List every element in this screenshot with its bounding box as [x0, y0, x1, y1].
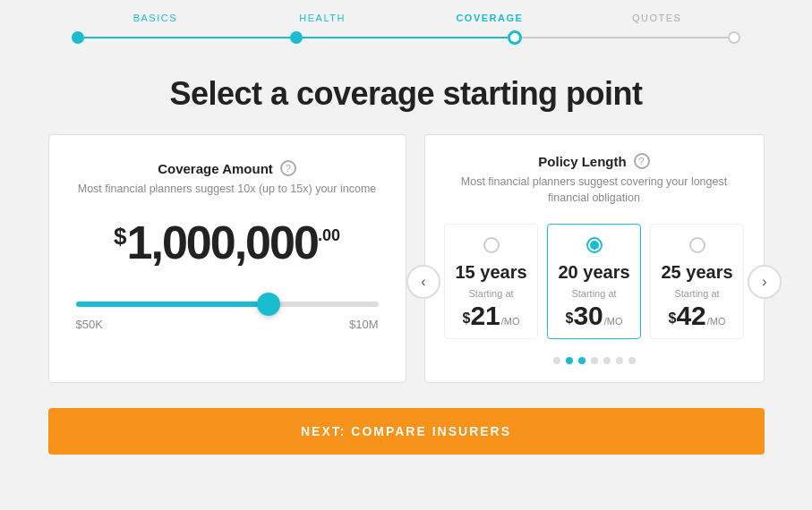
- step-label-coverage: COVERAGE: [406, 13, 574, 23]
- page-title-area: Select a coverage starting point: [151, 48, 660, 134]
- year-options: 15 years Starting at $ 21 /MO 20 years S…: [444, 224, 744, 339]
- price-main-25: 42: [676, 302, 705, 329]
- amount-cents: .00: [318, 226, 340, 245]
- year-radio-25: [689, 237, 705, 253]
- price-mo-15: /MO: [501, 316, 520, 327]
- amount-display: $ 1,000,000 .00: [76, 216, 379, 269]
- next-compare-insurers-button[interactable]: NEXT: COMPARE INSURERS: [48, 408, 765, 455]
- dot-3[interactable]: [578, 357, 585, 364]
- steps-labels: BASICS HEALTH COVERAGE QUOTES: [72, 13, 740, 23]
- slider-labels: $50K $10M: [76, 318, 379, 331]
- step-dot-health: [290, 31, 303, 44]
- year-option-15[interactable]: 15 years Starting at $ 21 /MO: [444, 224, 538, 339]
- year-label-20: 20 years: [558, 262, 629, 283]
- step-dot-basics: [72, 31, 84, 44]
- price-row-20: $ 30 /MO: [565, 302, 622, 329]
- year-radio-20: [586, 237, 603, 253]
- price-main-20: 30: [573, 302, 603, 329]
- coverage-card-subtitle: Most financial planners suggest 10x (up …: [76, 182, 379, 198]
- policy-length-card: Policy Length ? Most financial planners …: [424, 134, 765, 383]
- dot-7[interactable]: [628, 357, 636, 364]
- progress-bar: BASICS HEALTH COVERAGE QUOTES: [0, 0, 812, 48]
- year-label-25: 25 years: [661, 262, 732, 283]
- year-radio-15: [483, 237, 500, 253]
- nav-next-button[interactable]: ›: [748, 265, 782, 299]
- price-mo-25: /MO: [707, 316, 726, 327]
- slider-max-label: $10M: [349, 318, 379, 331]
- dot-6[interactable]: [616, 357, 623, 364]
- price-row-15: $ 21 /MO: [462, 302, 519, 329]
- year-option-20[interactable]: 20 years Starting at $ 30 /MO: [547, 224, 641, 339]
- year-label-15: 15 years: [455, 262, 526, 283]
- dot-1[interactable]: [553, 357, 560, 364]
- nav-prev-button[interactable]: ‹: [406, 265, 440, 299]
- coverage-title-row: Coverage Amount ?: [76, 160, 379, 176]
- amount-dollar-sign: $: [114, 223, 126, 251]
- price-row-25: $ 42 /MO: [668, 302, 725, 329]
- step-dot-quotes: [728, 31, 740, 44]
- dot-4[interactable]: [591, 357, 598, 364]
- years-row: ‹ 15 years Starting at $ 21 /MO 20 y: [434, 224, 755, 339]
- pagination-dots: [553, 357, 636, 364]
- starting-at-20: Starting at: [571, 288, 616, 299]
- amount-main: 1,000,000: [127, 216, 318, 269]
- track-line-2: [303, 37, 509, 38]
- slider-min-label: $50K: [76, 318, 103, 331]
- policy-help-icon[interactable]: ?: [634, 153, 650, 169]
- coverage-amount-card: Coverage Amount ? Most financial planner…: [48, 134, 406, 383]
- steps-track: [72, 30, 740, 45]
- track-line-1: [84, 37, 290, 38]
- coverage-card-title: Coverage Amount: [158, 161, 273, 176]
- coverage-help-icon[interactable]: ?: [280, 160, 296, 176]
- dot-5[interactable]: [603, 357, 611, 364]
- starting-at-15: Starting at: [468, 288, 513, 299]
- year-option-25[interactable]: 25 years Starting at $ 42 /MO: [650, 224, 744, 339]
- track-line-3: [522, 37, 728, 38]
- price-main-15: 21: [470, 302, 500, 329]
- page-title: Select a coverage starting point: [169, 75, 642, 113]
- price-dollar-20: $: [565, 310, 573, 327]
- policy-card-title: Policy Length: [538, 154, 626, 169]
- policy-title-row: Policy Length ?: [538, 153, 649, 169]
- price-dollar-15: $: [462, 310, 470, 327]
- step-dot-coverage: [508, 30, 522, 45]
- price-dollar-25: $: [668, 310, 676, 327]
- slider-container: $50K $10M: [76, 294, 379, 331]
- step-label-health: HEALTH: [239, 13, 406, 23]
- cta-area: NEXT: COMPARE INSURERS: [13, 383, 800, 472]
- coverage-slider[interactable]: [76, 302, 379, 307]
- policy-card-subtitle: Most financial planners suggest covering…: [442, 174, 747, 206]
- dot-2[interactable]: [566, 357, 573, 364]
- starting-at-25: Starting at: [674, 288, 719, 299]
- step-label-basics: BASICS: [72, 13, 239, 23]
- price-mo-20: /MO: [604, 316, 623, 327]
- cards-container: Coverage Amount ? Most financial planner…: [13, 134, 800, 383]
- step-label-quotes: QUOTES: [573, 13, 740, 23]
